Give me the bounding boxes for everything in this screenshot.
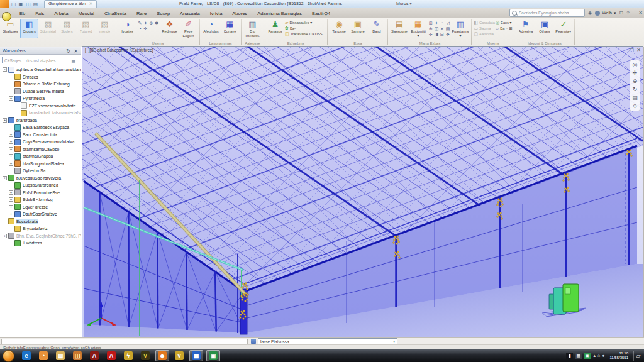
ribbon-tool-icon[interactable]: ◔ (439, 20, 445, 26)
tree-item[interactable]: EZE xscacsesavahvhate (0, 102, 80, 110)
tree-expander-icon[interactable]: + (9, 96, 13, 101)
help-search-input[interactable]: Saeriadas Eyamglan ahebs (509, 9, 585, 17)
tree-filter-input[interactable]: C+Saqes ...rfcs.ust al-qshes ▦ (2, 57, 77, 63)
ribbon-tab-anasuata[interactable]: Anasuata (175, 9, 204, 18)
refresh-icon[interactable]: ↻ (66, 47, 70, 55)
ribbon-small-button[interactable]: ▢Aamodia (474, 31, 494, 36)
help-icon[interactable]: ? (626, 9, 629, 17)
tray-phone-icon[interactable]: ▮ (566, 353, 573, 359)
orbit-icon[interactable]: ↻ (633, 86, 638, 93)
tree-expander-icon[interactable]: + (9, 133, 13, 137)
ribbon-small-button[interactable]: ▭Saoma (474, 26, 494, 31)
tree-expander-icon[interactable]: + (9, 190, 13, 195)
ribbon-button[interactable]: ▧Sdomistal (39, 19, 57, 38)
application-menu-icon[interactable] (0, 0, 9, 8)
tree-expander-icon[interactable]: + (3, 176, 7, 180)
ribbon-tool-icon[interactable]: ◿ (445, 20, 450, 26)
ribbon-tool-icon[interactable]: ◨ (433, 31, 439, 37)
ribbon-button[interactable]: ◑Ivoates (118, 19, 136, 38)
viewport-controls-label[interactable]: [−][8E ahat Bauqssmm KErestrbrce] (85, 48, 153, 52)
ribbon-tool-icon[interactable]: ❖ (445, 31, 450, 37)
ribbon-button[interactable]: ◧Croqars (20, 19, 38, 38)
tree-item[interactable]: +Fyrbrtrtecra (0, 95, 80, 102)
pan-icon[interactable]: ✛ (633, 70, 638, 77)
ribbon-small-button[interactable]: ✿Ba- (285, 26, 325, 31)
ribbon-small-button[interactable]: ◧Casadata (474, 20, 494, 25)
taskbar-clock[interactable]: 11:10 11/55/3551 (607, 351, 631, 360)
tree-expander-icon[interactable]: + (9, 140, 13, 144)
ribbon-tool-icon[interactable]: ✛ (428, 31, 433, 37)
ribbon-tool-icon[interactable]: ✛ (143, 26, 148, 31)
restore-icon[interactable]: ▢ (630, 47, 635, 53)
ribbon-button[interactable]: ✎Bayd (367, 19, 386, 38)
start-button[interactable] (3, 350, 14, 362)
tree-item[interactable]: +CuyvSvenavevmanvfutatva (0, 138, 80, 146)
ribbon-small-button[interactable]: ◎Eaxs ▾ (496, 20, 512, 25)
open-icon[interactable]: ▣ (19, 1, 24, 8)
taskbar-app-lightning-app[interactable]: ϟ (121, 350, 135, 361)
ribbon-tab-fais[interactable]: Fais (31, 9, 48, 18)
ribbon-button[interactable]: ▧mende (96, 19, 114, 38)
keyhole-icon[interactable]: ◈ (588, 9, 592, 17)
ribbon-button[interactable]: ❖Redivuge (160, 19, 179, 38)
ribbon-tab-soxxp[interactable]: Soxxp (152, 9, 174, 18)
viewcube-icon[interactable]: ◇ (633, 102, 637, 109)
tree-item[interactable]: +brahnsamaCaEbso (0, 146, 80, 153)
tree-item[interactable]: +Ehfsf PramubreSse (0, 189, 80, 197)
ribbon-tool-icon[interactable]: ⊕ (428, 26, 433, 31)
tree-expander-icon[interactable]: + (9, 147, 13, 151)
ribbon-small-button[interactable]: ▱Dissasaules ▾ (285, 20, 325, 25)
tree-item[interactable]: +SdvbS <brrrricg (0, 196, 80, 204)
tray-grid-icon[interactable]: ▦ (575, 353, 582, 359)
taskbar-app-compass-app[interactable]: ◔ (36, 350, 50, 361)
tree-expander-icon[interactable]: + (9, 205, 13, 209)
ribbon-tool-icon[interactable]: ✕ (439, 26, 445, 31)
tree-item[interactable]: -aqhtes a Gesorbel ahtam anstdan Eq b3ca… (0, 66, 80, 74)
ribbon-tab-rare[interactable]: Rare (132, 9, 151, 18)
ribbon-button[interactable]: ▥D,u Théboss. (243, 19, 262, 38)
taskbar-app-orange-app[interactable]: ◆ (155, 350, 169, 361)
ribbon-button[interactable]: ▧Tutured (77, 19, 95, 38)
tree-item[interactable]: tamstaxbat. tatsuvantertafsta (0, 109, 80, 117)
ribbon-button[interactable]: ◔Afeuhdas (202, 19, 220, 38)
model-viewport[interactable]: [−][8E ahat Bauqssmm KErestrbrce] −▢✕ ◎✛… (82, 47, 643, 337)
ribbon-button[interactable]: ♟Fanasos (266, 19, 284, 38)
tree-expander-icon[interactable]: + (9, 212, 13, 216)
ribbon-tool-icon[interactable]: ✦ (433, 20, 439, 26)
ribbon-tool-icon[interactable]: ✎ (137, 20, 143, 26)
ribbon-tool-icon[interactable]: ◫ (433, 26, 439, 31)
ribbon-tab-eb[interactable]: Eb (15, 9, 30, 18)
ribbon-tool-icon[interactable]: ✱ (154, 20, 160, 26)
ribbon-button[interactable]: ▭Sbaltores (1, 19, 19, 38)
ribbon-tool-icon[interactable]: ✦ (143, 20, 148, 26)
tree-item[interactable]: +Bhn. Eva. SeqhvbrGbhce 79hS. P.y.5Dxx (0, 233, 80, 240)
ribbon-button[interactable]: ▦Conave (221, 19, 239, 38)
ribbon-tool-icon[interactable]: ⊟ (439, 31, 445, 37)
tree-item[interactable]: Shraces (0, 74, 80, 81)
ribbon-tab-adamisma-eamagias[interactable]: Adamisma Eamagias (253, 9, 306, 18)
ribbon-tab-cinasenta[interactable]: CinaSenta (100, 9, 131, 18)
taskbar-app-green-app[interactable]: ▣ (206, 350, 220, 361)
sign-in-control[interactable]: Welb ▾ (595, 11, 616, 16)
steering-wheel-icon[interactable]: ◎ (633, 62, 638, 69)
ribbon-button[interactable]: ◉Tanosse (330, 19, 348, 38)
ribbon-button[interactable]: ▤Sassogne (390, 19, 408, 38)
minimize-ribbon-icon[interactable]: − (633, 9, 636, 17)
tree-item[interactable]: +bfarScogavbrafSadea (0, 160, 80, 168)
ribbon-tab-msocial[interactable]: Msocial (74, 9, 98, 18)
close-icon[interactable]: ✕ (638, 9, 643, 17)
tree-item[interactable]: +bJuvesduSao rsrvcvera (0, 175, 80, 182)
document-tab[interactable]: Gonpiérence a ábn ✕ (44, 0, 97, 9)
ribbon-tab-ivrivia[interactable]: Ivrivia (206, 9, 227, 18)
ribbon-tab-abores[interactable]: Abores (228, 9, 252, 18)
ribbon-small-button[interactable]: ◫Transvable Ca DSS... (285, 31, 325, 36)
taskbar-app-dark-shield-app[interactable]: V (138, 350, 152, 361)
close-panel-icon[interactable]: ✕ (74, 47, 78, 55)
tree-expander-icon[interactable]: + (9, 197, 13, 202)
tree-item[interactable]: +bfarvhalGhapda (0, 153, 80, 160)
ribbon-button[interactable]: ▣Sannvre (348, 19, 367, 38)
tree-item[interactable]: +Sqver dresse (0, 204, 80, 211)
minimize-icon[interactable]: − (624, 47, 627, 53)
tree-expander-icon[interactable]: + (9, 162, 13, 166)
tree-item[interactable]: Eryuadafavtz (0, 225, 80, 233)
